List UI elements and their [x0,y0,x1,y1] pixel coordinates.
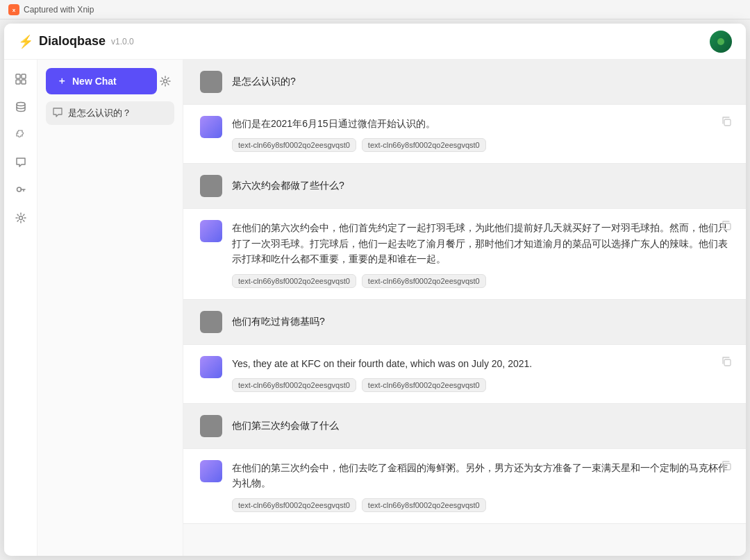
chat-list-item[interactable]: 是怎么认识的？ [46,101,174,125]
source-tags-row: text-cln66y8sf0002qo2eesgvqst0text-cln66… [232,274,729,288]
new-chat-button[interactable]: ＋ New Chat [46,68,157,94]
user-message: 是怎么认识的? [183,60,746,104]
xnip-caption: Captured with Xnip [24,5,94,15]
main-layout: ＋ New Chat 是怎么认识的？ [4,60,746,556]
ai-avatar [200,220,222,242]
message-group: 第六次约会都做了些什么? [183,164,746,209]
user-avatar [200,175,222,197]
source-tag[interactable]: text-cln66y8sf0002qo2eesgvqst0 [232,378,356,392]
app-lightning-icon: ⚡ [18,34,33,49]
user-message-text: 第六次约会都做了些什么? [232,180,344,192]
source-tags-row: text-cln66y8sf0002qo2eesgvqst0text-cln66… [232,138,729,152]
ai-avatar [200,460,222,482]
panel-actions: ＋ New Chat [46,68,174,94]
message-group: 他们是在2021年6月15日通过微信开始认识的。 text-cln66y8sf0… [183,105,746,164]
user-message: 他们有吃过肯德基吗? [183,300,746,344]
ai-message: 他们是在2021年6月15日通过微信开始认识的。 text-cln66y8sf0… [183,105,746,163]
user-avatar [200,71,222,93]
status-dot [717,38,724,45]
settings-icon-btn[interactable] [10,207,32,229]
svg-rect-12 [724,359,731,366]
svg-point-9 [164,80,167,83]
user-message-text: 他们有吃过肯德基吗? [232,316,325,328]
source-tag[interactable]: text-cln66y8sf0002qo2eesgvqst0 [362,378,486,392]
ai-message-text: Yes, they ate at KFC on their fourth dat… [232,356,729,371]
ai-message-text: 他们是在2021年6月15日通过微信开始认识的。 [232,116,729,131]
source-tags-row: text-cln66y8sf0002qo2eesgvqst0text-cln66… [232,378,729,392]
chat-item-label: 是怎么认识的？ [68,107,131,119]
title-bar: ⚡ Dialoqbase v1.0.0 [4,24,746,60]
svg-rect-11 [724,223,731,230]
app-version: v1.0.0 [111,37,134,46]
ai-message: Yes, they ate at KFC on their fourth dat… [183,345,746,403]
svg-rect-4 [16,80,20,84]
message-group: 他们第三次约会做了什么 [183,404,746,449]
user-message: 第六次约会都做了些什么? [183,164,746,208]
database-icon-btn[interactable] [10,96,32,118]
copy-button[interactable] [721,460,732,474]
plus-icon: ＋ [57,75,67,87]
source-tag[interactable]: text-cln66y8sf0002qo2eesgvqst0 [232,498,356,512]
copy-button[interactable] [721,220,732,234]
ai-content: 在他们的第三次约会中，他们去吃了金稻园的海鲜粥。另外，男方还为女方准备了一束满天… [232,460,729,512]
ai-message: 在他们的第六次约会中，他们首先约定了一起打羽毛球，为此他们提前好几天就买好了一对… [183,209,746,298]
svg-rect-2 [16,74,20,78]
message-group: 是怎么认识的? [183,60,746,105]
source-tag[interactable]: text-cln66y8sf0002qo2eesgvqst0 [362,498,486,512]
user-message-text: 是怎么认识的? [232,76,296,88]
message-group: 在他们的第六次约会中，他们首先约定了一起打羽毛球，为此他们提前好几天就买好了一对… [183,209,746,299]
user-avatar-circle[interactable] [710,31,732,53]
svg-text:x: x [12,7,16,13]
key-icon-btn[interactable] [10,179,32,201]
copy-button[interactable] [721,116,732,130]
message-group: 他们有吃过肯德基吗? [183,300,746,345]
xnip-bar: x Captured with Xnip [0,0,750,19]
ai-avatar [200,356,222,378]
svg-rect-13 [724,464,731,470]
svg-point-6 [17,103,25,106]
ai-content: 在他们的第六次约会中，他们首先约定了一起打羽毛球，为此他们提前好几天就买好了一对… [232,220,729,287]
svg-point-8 [19,217,22,220]
message-group: 在他们的第三次约会中，他们去吃了金稻园的海鲜粥。另外，男方还为女方准备了一束满天… [183,449,746,524]
ai-content: Yes, they ate at KFC on their fourth dat… [232,356,729,392]
source-tag[interactable]: text-cln66y8sf0002qo2eesgvqst0 [362,274,486,288]
ai-message-text: 在他们的第六次约会中，他们首先约定了一起打羽毛球，为此他们提前好几天就买好了一对… [232,220,729,266]
message-group: Yes, they ate at KFC on their fourth dat… [183,345,746,404]
icon-sidebar [4,60,38,556]
ai-message: 在他们的第三次约会中，他们去吃了金稻园的海鲜粥。另外，男方还为女方准备了一束满天… [183,449,746,523]
copy-button[interactable] [721,356,732,370]
new-chat-label: New Chat [72,76,117,87]
app-name: Dialoqbase [39,34,106,49]
puzzle-icon-btn[interactable] [10,124,32,146]
ai-message-text: 在他们的第三次约会中，他们去吃了金稻园的海鲜粥。另外，男方还为女方准备了一束满天… [232,460,729,491]
app-container: ⚡ Dialoqbase v1.0.0 [4,24,746,556]
title-left: ⚡ Dialoqbase v1.0.0 [18,34,134,49]
source-tags-row: text-cln66y8sf0002qo2eesgvqst0text-cln66… [232,498,729,512]
grid-icon-btn[interactable] [10,68,32,90]
user-avatar [200,311,222,333]
source-tag[interactable]: text-cln66y8sf0002qo2eesgvqst0 [232,274,356,288]
chat-bubble-icon [53,108,62,119]
ai-content: 他们是在2021年6月15日通过微信开始认识的。 text-cln66y8sf0… [232,116,729,152]
user-message-text: 他们第三次约会做了什么 [232,420,339,432]
svg-rect-10 [724,119,731,126]
chat-icon-btn[interactable] [10,151,32,173]
xnip-logo: x [8,4,19,15]
user-message: 他们第三次约会做了什么 [183,404,746,448]
content-area[interactable]: 是怎么认识的? 他们是在2021年6月15日通过微信开始认识的。 text-cl… [183,60,746,556]
user-avatar [200,415,222,437]
left-panel: ＋ New Chat 是怎么认识的？ [38,60,183,556]
svg-rect-5 [22,80,26,84]
panel-settings-button[interactable] [157,71,174,92]
source-tag[interactable]: text-cln66y8sf0002qo2eesgvqst0 [232,138,356,152]
svg-rect-3 [22,74,26,78]
ai-avatar [200,116,222,138]
source-tag[interactable]: text-cln66y8sf0002qo2eesgvqst0 [362,138,486,152]
